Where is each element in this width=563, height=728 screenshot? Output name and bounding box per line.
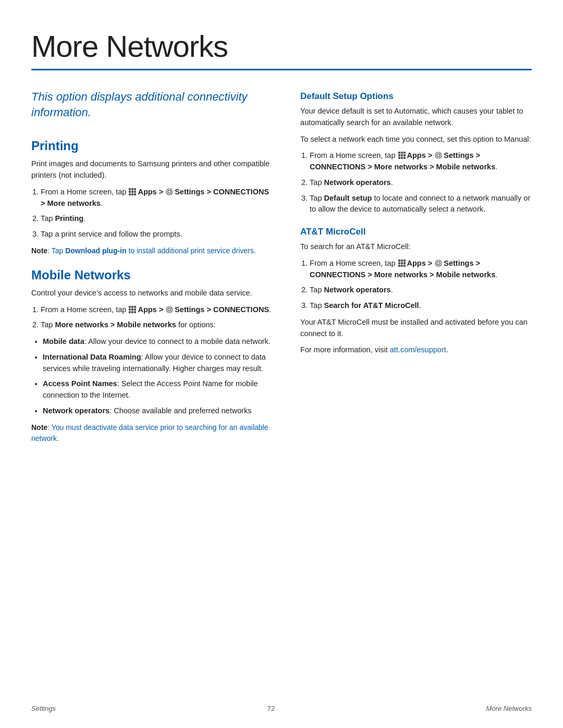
svg-rect-33 [398,260,400,262]
svg-rect-29 [401,157,403,159]
att-step-2: Tap Network operators. [310,285,532,296]
svg-rect-5 [134,191,136,193]
svg-rect-23 [401,152,403,154]
footer-left: Settings [31,705,56,712]
svg-point-43 [435,260,442,266]
settings-icon-2 [165,305,174,314]
att-step-3: Tap Search for AT&T MicroCell. [310,300,532,312]
default-step-1: From a Home screen, tap Apps > Settings … [310,150,532,173]
svg-rect-17 [129,311,131,313]
att-link[interactable]: att.com/esupport [390,346,446,354]
default-setup-title: Default Setup Options [300,91,532,102]
printing-note-label: Note [31,246,47,255]
footer-page-number: 72 [267,705,275,712]
svg-rect-27 [403,154,406,156]
att-outro2-end: . [446,346,448,354]
default-step-3: Tap Default setup to locate and connect … [310,193,532,216]
printing-steps: From a Home screen, tap Apps > Settings … [41,187,274,240]
svg-rect-39 [398,265,400,267]
svg-point-21 [166,306,173,313]
svg-point-20 [168,308,171,311]
svg-rect-13 [134,306,136,308]
page-footer: Settings 72 More Networks [31,705,532,712]
svg-rect-3 [129,191,131,193]
default-setup-intro: Your device default is set to Automatic,… [300,106,532,129]
att-outro1: Your AT&T MicroCell must be installed an… [300,317,532,340]
left-column: This option displays additional connecti… [31,89,274,450]
svg-rect-1 [131,188,133,190]
apps-icon [128,188,137,196]
mobile-bullet-4: Network operators: Choose available and … [43,405,274,417]
svg-rect-41 [403,265,406,267]
page-title: More Networks [31,29,532,64]
svg-point-9 [168,190,171,193]
svg-rect-38 [403,262,406,264]
printing-section-title: Printing [31,139,274,153]
att-step-1: From a Home screen, tap Apps > Settings … [310,258,532,281]
printing-step-3: Tap a print service and follow the promp… [41,229,274,240]
svg-point-31 [437,154,440,157]
svg-rect-7 [131,193,133,195]
apps-icon-2 [128,305,137,314]
svg-point-10 [166,189,173,195]
att-intro: To search for an AT&T MicroCell: [300,241,532,253]
att-steps: From a Home screen, tap Apps > Settings … [310,258,532,312]
svg-rect-11 [129,306,131,308]
svg-rect-2 [134,188,136,190]
svg-rect-30 [403,157,406,159]
svg-rect-28 [398,157,400,159]
printing-step-1: From a Home screen, tap Apps > Settings … [41,187,274,209]
settings-icon-4 [434,259,443,267]
svg-rect-15 [131,309,133,311]
mobile-networks-title: Mobile Networks [31,268,274,282]
settings-icon [165,188,174,196]
page-container: More Networks This option displays addit… [0,0,563,492]
svg-point-32 [435,152,442,158]
svg-rect-6 [129,193,131,195]
svg-rect-0 [129,188,131,190]
apps-icon-3 [398,151,406,159]
mobile-bullet-3: Access Point Names: Select the Access Po… [43,378,274,401]
intro-text: This option displays additional connecti… [31,89,274,120]
settings-icon-3 [434,151,443,159]
svg-rect-22 [398,152,400,154]
mobile-networks-steps: From a Home screen, tap Apps > Settings … [41,304,274,331]
default-setup-steps: From a Home screen, tap Apps > Settings … [310,150,532,215]
svg-rect-35 [403,260,406,262]
att-outro2: For more information, visit att.com/esup… [300,344,532,356]
svg-rect-8 [134,193,136,195]
mobile-networks-bullets: Mobile data: Allow your device to connec… [43,336,274,417]
svg-rect-18 [131,311,133,313]
svg-rect-34 [401,260,403,262]
mobile-note-label: Note [31,423,47,431]
svg-rect-25 [398,154,400,156]
mobile-bullet-2: International Data Roaming: Allow your d… [43,352,274,375]
title-divider [31,69,532,70]
two-column-layout: This option displays additional connecti… [31,89,532,450]
svg-rect-14 [129,309,131,311]
printing-intro: Print images and documents to Samsung pr… [31,158,274,181]
svg-rect-37 [401,262,403,264]
mobile-step-1: From a Home screen, tap Apps > Settings … [41,304,274,316]
att-outro2-text: For more information, visit [300,346,390,354]
svg-rect-4 [131,191,133,193]
default-step-2: Tap Network operators. [310,177,532,189]
mobile-networks-note: Note: You must deactivate data service p… [31,422,274,444]
printing-step-2: Tap Printing. [41,213,274,225]
footer-right: More Networks [486,705,532,712]
printing-note: Note: Tap Download plug-in to install ad… [31,245,274,256]
svg-rect-36 [398,262,400,264]
svg-rect-24 [403,152,406,154]
apps-icon-4 [398,259,406,267]
svg-rect-26 [401,154,403,156]
mobile-bullet-1: Mobile data: Allow your device to connec… [43,336,274,348]
svg-rect-12 [131,306,133,308]
svg-rect-16 [134,309,136,311]
svg-rect-19 [134,311,136,313]
default-setup-intro2: To select a network each time you connec… [300,134,532,145]
mobile-networks-intro: Control your device’s access to networks… [31,288,274,299]
svg-point-42 [437,262,440,265]
mobile-step-2: Tap More networks > Mobile networks for … [41,319,274,331]
att-microcell-title: AT&T MicroCell [300,227,532,237]
right-column: Default Setup Options Your device defaul… [300,89,532,450]
